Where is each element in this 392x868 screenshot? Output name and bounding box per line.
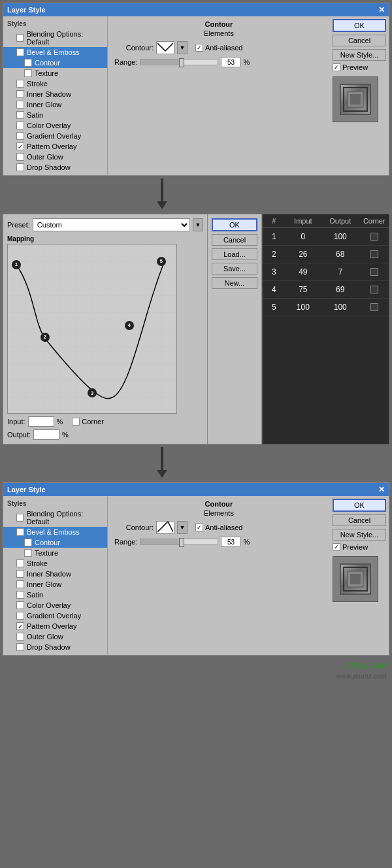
sidebar-item-gradientoverlay-bottom[interactable]: Gradient Overlay — [3, 610, 107, 621]
sidebar-item-contour-top[interactable]: Contour — [3, 58, 107, 68]
anti-alias-check-bottom[interactable] — [195, 524, 203, 531]
curve-cancel-button[interactable]: Cancel — [212, 234, 257, 246]
ok-button-bottom[interactable]: OK — [333, 499, 386, 512]
cancel-button-bottom[interactable]: Cancel — [333, 514, 386, 526]
td-output-5: 100 — [321, 303, 359, 312]
corner-cb-4[interactable] — [370, 286, 378, 293]
td-corner-3[interactable] — [359, 268, 389, 276]
sidebar-label-coloroverlay-bottom: Color Overlay — [27, 601, 71, 609]
check-innerglow-bottom — [16, 580, 24, 588]
sidebar-item-texture-top[interactable]: Texture — [3, 68, 107, 78]
curve-node-4[interactable]: 4 — [125, 321, 134, 330]
corner-cb-2[interactable] — [370, 250, 378, 258]
output-field[interactable] — [33, 429, 59, 440]
section-subtitle-bottom: Elements — [114, 509, 323, 517]
range-input-top[interactable] — [221, 57, 240, 67]
sidebar-item-blending-top[interactable]: Blending Options: Default — [3, 29, 107, 47]
preview-label-bottom: Preview — [342, 543, 368, 551]
sidebar-item-coloroverlay-top[interactable]: Color Overlay — [3, 120, 107, 131]
sidebar-item-blending-bottom[interactable]: Blending Options: Default — [3, 509, 107, 527]
sidebar-item-dropshadow-bottom[interactable]: Drop Shadow — [3, 642, 107, 652]
check-stroke-bottom — [16, 559, 24, 567]
sidebar-item-outerglow-top[interactable]: Outer Glow — [3, 152, 107, 162]
contour-dropdown-top[interactable]: ▼ — [177, 41, 188, 54]
sidebar-item-bevel-top[interactable]: Bevel & Emboss — [3, 47, 107, 58]
th-input: Imput — [286, 217, 321, 225]
curve-new-button[interactable]: New... — [212, 277, 257, 289]
curve-ok-button[interactable]: OK — [212, 218, 257, 231]
sidebar-item-patternoverlay-top[interactable]: Pattern Overlay — [3, 141, 107, 152]
curve-node-2[interactable]: 2 — [41, 333, 50, 342]
curve-node-3[interactable]: 3 — [88, 388, 97, 397]
sidebar-item-satin-bottom[interactable]: Satin — [3, 590, 107, 600]
sidebar-item-patternoverlay-bottom[interactable]: Pattern Overlay — [3, 621, 107, 631]
contour-preview-top[interactable] — [156, 41, 174, 54]
td-corner-2[interactable] — [359, 250, 389, 258]
range-slider-top[interactable] — [140, 59, 218, 65]
sidebar-item-innerglow-bottom[interactable]: Inner Glow — [3, 579, 107, 590]
range-input-bottom[interactable] — [221, 537, 240, 547]
check-innerglow-top — [16, 101, 24, 108]
corner-cb-5[interactable] — [370, 303, 378, 311]
top-layer-style-panel: Layer Style ✕ Styles Blending Options: D… — [3, 3, 389, 176]
td-corner-1[interactable] — [359, 233, 389, 241]
preview-check-bottom[interactable] — [333, 543, 340, 551]
td-num-3: 3 — [263, 267, 286, 276]
td-corner-4[interactable] — [359, 286, 389, 293]
curve-node-1[interactable]: 1 — [12, 260, 21, 269]
corner-cb-3[interactable] — [370, 268, 378, 276]
sidebar-item-stroke-bottom[interactable]: Stroke — [3, 558, 107, 569]
sidebar-item-innershadow-bottom[interactable]: Inner Shadow — [3, 569, 107, 579]
check-contour-top — [24, 59, 32, 67]
anti-alias-check-top[interactable] — [195, 44, 203, 52]
corner-checkbox[interactable] — [72, 418, 80, 426]
contour-dropdown-bottom[interactable]: ▼ — [177, 521, 188, 534]
preset-dropdown-arrow[interactable]: ▼ — [193, 218, 203, 231]
panel-body-bottom: Styles Blending Options: Default Bevel &… — [3, 496, 389, 655]
new-style-button-top[interactable]: New Style... — [333, 49, 386, 61]
watermark-text: UiBO:CoM — [344, 661, 387, 671]
check-bevel-top — [16, 48, 24, 56]
input-field[interactable] — [28, 416, 54, 427]
check-dropshadow-bottom — [16, 643, 24, 651]
sidebar-item-texture-bottom[interactable]: Texture — [3, 548, 107, 558]
ok-button-top[interactable]: OK — [333, 19, 386, 32]
close-icon-top[interactable]: ✕ — [378, 5, 385, 14]
corner-cb-1[interactable] — [370, 233, 378, 241]
sidebar-item-innerglow-top[interactable]: Inner Glow — [3, 99, 107, 110]
sidebar-label-gradientoverlay-bottom: Gradient Overlay — [27, 612, 81, 620]
curve-save-button[interactable]: Save... — [212, 263, 257, 275]
cancel-button-top[interactable]: Cancel — [333, 35, 386, 46]
sidebar-item-innershadow-top[interactable]: Inner Shadow — [3, 89, 107, 99]
curve-load-button[interactable]: Load... — [212, 248, 257, 260]
sidebar-item-gradientoverlay-top[interactable]: Gradient Overlay — [3, 131, 107, 141]
sidebar-label-bevel-bottom: Bevel & Emboss — [27, 528, 80, 536]
contour-preview-bottom[interactable] — [156, 521, 174, 534]
preset-select[interactable]: Custom — [33, 218, 190, 231]
section-title-bottom: Contour — [114, 500, 323, 508]
sidebar-item-coloroverlay-bottom[interactable]: Color Overlay — [3, 600, 107, 610]
mapping-box[interactable]: 1 2 3 4 5 — [7, 244, 177, 414]
range-row-bottom: Range: % — [114, 537, 323, 547]
section-title-top: Contour — [114, 20, 323, 28]
preview-inner-top — [340, 84, 371, 115]
sidebar-item-satin-top[interactable]: Satin — [3, 110, 107, 120]
preview-check-row-top: Preview — [333, 63, 386, 71]
range-slider-bottom[interactable] — [140, 539, 218, 545]
sidebar-item-stroke-top[interactable]: Stroke — [3, 78, 107, 89]
range-percent-top: % — [243, 58, 250, 66]
sidebar-item-contour-bottom[interactable]: Contour — [3, 537, 107, 548]
preview-check-top[interactable] — [333, 63, 340, 71]
contour-label-top: Contour: — [114, 44, 154, 52]
sidebar-item-dropshadow-top[interactable]: Drop Shadow — [3, 162, 107, 173]
check-texture-top — [24, 69, 32, 77]
sidebar-label-innershadow-top: Inner Shadow — [27, 90, 71, 98]
td-corner-5[interactable] — [359, 303, 389, 311]
curve-node-5[interactable]: 5 — [157, 257, 166, 266]
new-style-button-bottom[interactable]: New Style... — [333, 529, 386, 541]
check-innershadow-bottom — [16, 570, 24, 578]
sidebar-item-bevel-bottom[interactable]: Bevel & Emboss — [3, 527, 107, 537]
check-texture-bottom — [24, 549, 32, 557]
sidebar-item-outerglow-bottom[interactable]: Outer Glow — [3, 631, 107, 642]
close-icon-bottom[interactable]: ✕ — [378, 485, 385, 494]
